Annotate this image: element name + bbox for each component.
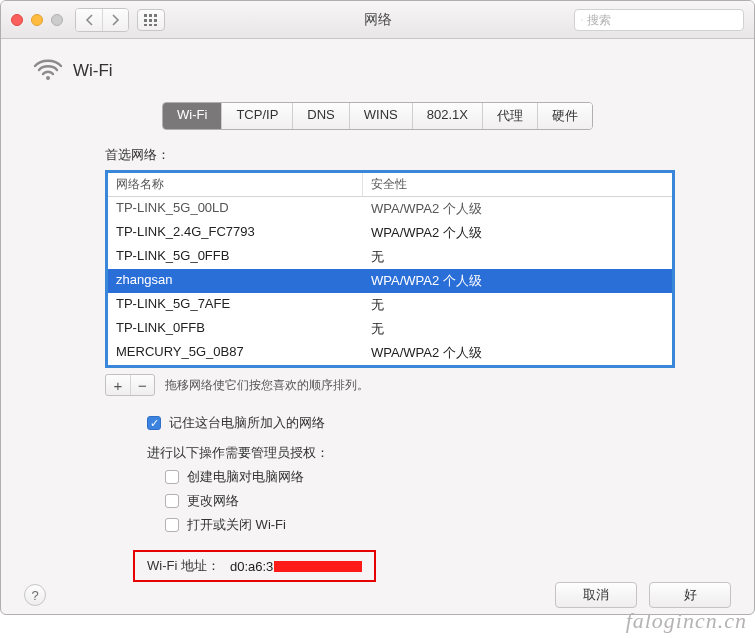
mac-prefix: d0:a6:3 — [230, 559, 273, 574]
network-row[interactable]: TP-LINK_5G_0FFB无 — [108, 245, 672, 269]
remove-network-button[interactable]: − — [130, 375, 154, 395]
admin-opt-row[interactable]: 更改网络 — [165, 492, 722, 510]
admin-opt-checkbox[interactable] — [165, 494, 179, 508]
window-title: 网络 — [364, 11, 392, 29]
tab-802-1x[interactable]: 802.1X — [412, 103, 482, 129]
svg-rect-6 — [144, 24, 147, 26]
network-row[interactable]: TP-LINK_0FFB无 — [108, 317, 672, 341]
admin-auth-label: 进行以下操作需要管理员授权： — [147, 444, 722, 462]
admin-opt-label: 创建电脑对电脑网络 — [187, 468, 304, 486]
mac-redacted — [274, 561, 362, 572]
tab-dns[interactable]: DNS — [292, 103, 348, 129]
network-security: WPA/WPA2 个人级 — [363, 223, 672, 243]
admin-opt-row[interactable]: 创建电脑对电脑网络 — [165, 468, 722, 486]
network-name: TP-LINK_5G_7AFE — [108, 295, 363, 315]
content-area: Wi-Fi Wi-FiTCP/IPDNSWINS802.1X代理硬件 首选网络：… — [1, 39, 754, 600]
col-network-name[interactable]: 网络名称 — [108, 173, 363, 196]
drag-hint: 拖移网络使它们按您喜欢的顺序排列。 — [165, 377, 369, 394]
wifi-mac-row: Wi-Fi 地址： d0:a6:3 — [133, 550, 376, 582]
tab--[interactable]: 硬件 — [537, 103, 592, 129]
svg-rect-7 — [149, 24, 152, 26]
svg-point-9 — [581, 19, 582, 20]
chevron-right-icon — [111, 14, 120, 26]
back-button[interactable] — [76, 9, 102, 31]
table-header: 网络名称 安全性 — [108, 173, 672, 197]
svg-rect-8 — [154, 24, 157, 26]
titlebar: 网络 — [1, 1, 754, 39]
tab-tcp-ip[interactable]: TCP/IP — [221, 103, 292, 129]
svg-rect-4 — [149, 19, 152, 22]
preferred-networks-label: 首选网络： — [105, 146, 722, 164]
page-title: Wi-Fi — [73, 61, 113, 81]
network-row[interactable]: MERCURY_5G_0B87WPA/WPA2 个人级 — [108, 341, 672, 365]
network-name: TP-LINK_2.4G_FC7793 — [108, 223, 363, 243]
forward-button[interactable] — [102, 9, 128, 31]
network-security: WPA/WPA2 个人级 — [363, 271, 672, 291]
network-name: MERCURY_5G_0B87 — [108, 343, 363, 363]
minimize-window-button[interactable] — [31, 14, 43, 26]
footer: ? 取消 好 — [0, 582, 755, 608]
network-name: TP-LINK_0FFB — [108, 319, 363, 339]
ok-button[interactable]: 好 — [649, 582, 731, 608]
admin-opt-checkbox[interactable] — [165, 470, 179, 484]
tab-wins[interactable]: WINS — [349, 103, 412, 129]
grid-icon — [144, 14, 158, 26]
network-row[interactable]: TP-LINK_5G_00LDWPA/WPA2 个人级 — [108, 197, 672, 221]
window-controls — [11, 14, 63, 26]
mac-value: d0:a6:3 — [230, 559, 362, 574]
svg-line-10 — [582, 20, 583, 21]
network-security: 无 — [363, 295, 672, 315]
wifi-header: Wi-Fi — [33, 57, 722, 84]
tab--[interactable]: 代理 — [482, 103, 537, 129]
zoom-window-button[interactable] — [51, 14, 63, 26]
chevron-left-icon — [85, 14, 94, 26]
admin-opt-label: 更改网络 — [187, 492, 239, 510]
admin-opt-label: 打开或关闭 Wi-Fi — [187, 516, 286, 534]
remember-networks-row[interactable]: ✓ 记住这台电脑所加入的网络 — [147, 414, 722, 432]
close-window-button[interactable] — [11, 14, 23, 26]
svg-point-11 — [46, 76, 50, 80]
tab-bar: Wi-FiTCP/IPDNSWINS802.1X代理硬件 — [33, 102, 722, 130]
admin-opt-checkbox[interactable] — [165, 518, 179, 532]
help-button[interactable]: ? — [24, 584, 46, 606]
search-input[interactable] — [587, 13, 737, 27]
network-preferences-window: 网络 Wi-Fi Wi-FiTCP/IPDNSWINS802.1X代理硬件 首 — [0, 0, 755, 615]
watermark: falogincn.cn — [626, 608, 747, 634]
network-security: WPA/WPA2 个人级 — [363, 199, 672, 219]
network-row[interactable]: TP-LINK_5G_7AFE无 — [108, 293, 672, 317]
network-name: TP-LINK_5G_00LD — [108, 199, 363, 219]
svg-rect-0 — [144, 14, 147, 17]
tab-wi-fi[interactable]: Wi-Fi — [163, 103, 221, 129]
add-network-button[interactable]: + — [106, 375, 130, 395]
show-all-button[interactable] — [137, 9, 165, 31]
add-remove-box: + − — [105, 374, 155, 396]
svg-rect-3 — [144, 19, 147, 22]
network-security: WPA/WPA2 个人级 — [363, 343, 672, 363]
network-security: 无 — [363, 319, 672, 339]
admin-opt-row[interactable]: 打开或关闭 Wi-Fi — [165, 516, 722, 534]
network-security: 无 — [363, 247, 672, 267]
preferred-networks-table[interactable]: 网络名称 安全性 TP-LINK_5G_00LDWPA/WPA2 个人级TP-L… — [105, 170, 675, 368]
network-name: TP-LINK_5G_0FFB — [108, 247, 363, 267]
network-row[interactable]: zhangsanWPA/WPA2 个人级 — [108, 269, 672, 293]
search-field[interactable] — [574, 9, 744, 31]
remember-label: 记住这台电脑所加入的网络 — [169, 414, 325, 432]
network-row[interactable]: TP-LINK_2.4G_FC7793WPA/WPA2 个人级 — [108, 221, 672, 245]
svg-rect-2 — [154, 14, 157, 17]
col-security[interactable]: 安全性 — [363, 173, 672, 196]
svg-rect-1 — [149, 14, 152, 17]
svg-rect-5 — [154, 19, 157, 22]
cancel-button[interactable]: 取消 — [555, 582, 637, 608]
mac-label: Wi-Fi 地址： — [147, 557, 220, 575]
network-name: zhangsan — [108, 271, 363, 291]
search-icon — [581, 14, 583, 26]
nav-back-forward — [75, 8, 129, 32]
wifi-icon — [33, 57, 63, 84]
add-remove-row: + − 拖移网络使它们按您喜欢的顺序排列。 — [105, 374, 722, 396]
remember-checkbox[interactable]: ✓ — [147, 416, 161, 430]
